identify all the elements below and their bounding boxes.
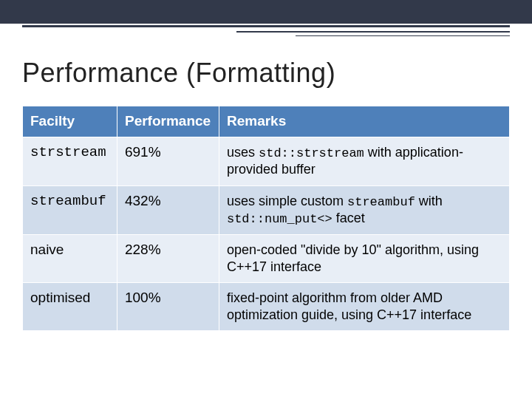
table-row: naive 228% open-coded "divide by 10" alg…	[23, 235, 510, 283]
cell-performance: 691%	[117, 137, 219, 186]
table-row: streambuf 432% uses simple custom stream…	[23, 185, 510, 235]
remarks-code: streambuf	[347, 195, 415, 209]
header-performance: Performance	[117, 106, 219, 137]
cell-facility: naive	[23, 235, 117, 283]
performance-table: Facilty Performance Remarks strstream 69…	[22, 106, 510, 331]
top-band	[0, 0, 532, 24]
remarks-text: open-coded "divide by 10" algorithm, usi…	[227, 242, 479, 274]
cell-facility: optimised	[23, 283, 117, 331]
cell-performance: 432%	[117, 185, 219, 235]
remarks-code: std::num_put<>	[227, 212, 332, 226]
header-facility: Facilty	[23, 106, 117, 137]
page-title: Performance (Formatting)	[22, 58, 335, 89]
accent-line-3	[296, 35, 510, 36]
cell-facility: strstream	[23, 137, 117, 186]
cell-facility: streambuf	[23, 185, 117, 235]
table-header-row: Facilty Performance Remarks	[23, 106, 510, 137]
cell-performance: 228%	[117, 235, 219, 283]
header-remarks: Remarks	[219, 106, 509, 137]
accent-line-2	[236, 31, 510, 33]
remarks-text: uses	[227, 145, 259, 160]
remarks-text: uses simple custom	[227, 194, 347, 208]
cell-performance: 100%	[117, 283, 219, 331]
remarks-text: with	[415, 194, 443, 208]
cell-remarks: uses simple custom streambuf with std::n…	[219, 185, 509, 235]
table-row: strstream 691% uses std::strstream with …	[23, 137, 510, 186]
cell-remarks: fixed-point algorithm from older AMD opt…	[219, 283, 509, 331]
slide: Performance (Formatting) Facilty Perform…	[0, 0, 532, 399]
accent-line-1	[22, 25, 510, 27]
table-row: optimised 100% fixed-point algorithm fro…	[23, 283, 510, 331]
remarks-code: std::strstream	[259, 146, 364, 160]
cell-remarks: uses std::strstream with application-pro…	[219, 137, 509, 186]
remarks-text: fixed-point algorithm from older AMD opt…	[227, 290, 471, 322]
remarks-text: facet	[332, 211, 365, 225]
accent-lines	[0, 25, 532, 47]
cell-remarks: open-coded "divide by 10" algorithm, usi…	[219, 235, 509, 283]
